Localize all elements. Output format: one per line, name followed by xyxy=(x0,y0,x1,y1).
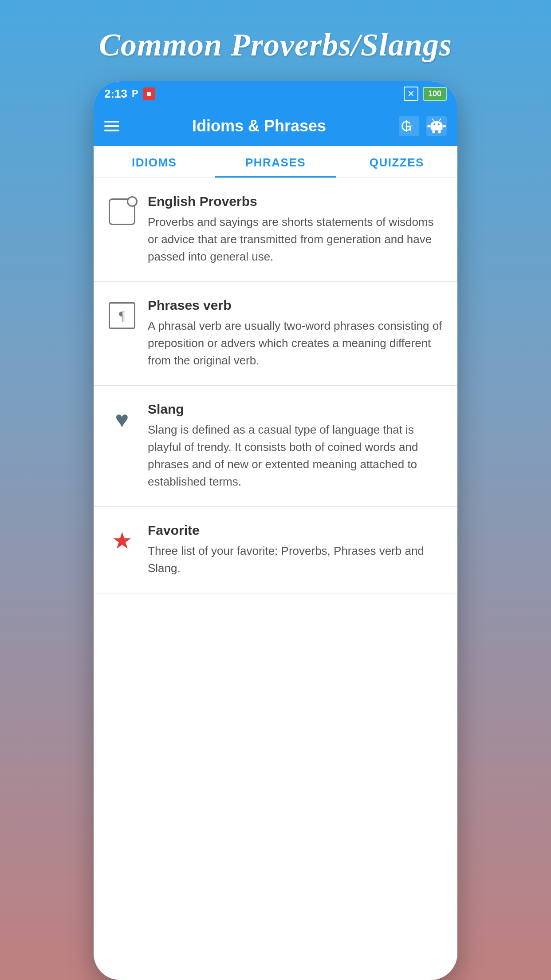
favorite-title: Favorite xyxy=(148,523,444,538)
phrases-verb-text: Phrases verb A phrasal verb are usually … xyxy=(148,298,444,369)
svg-rect-14 xyxy=(442,125,446,127)
favorite-description: Three list of your favorite: Proverbs, P… xyxy=(148,542,444,577)
svg-rect-6 xyxy=(431,125,443,130)
status-icon-red: ■ xyxy=(143,87,155,100)
battery-level: 100 xyxy=(423,87,447,101)
proverb-text: English Proverbs Proverbs and sayings ar… xyxy=(148,194,444,265)
svg-text:T: T xyxy=(408,124,413,133)
phrases-verb-title: Phrases verb xyxy=(148,298,444,313)
app-bar-title: Idioms & Phrases xyxy=(130,117,388,135)
favorite-text: Favorite Three list of your favorite: Pr… xyxy=(148,523,444,577)
status-right: ✕ 100 xyxy=(404,87,447,101)
svg-point-8 xyxy=(438,123,440,125)
hamburger-line-3 xyxy=(104,130,119,131)
status-icon-p: P xyxy=(132,88,138,99)
tab-quizzes[interactable]: QUIZZES xyxy=(336,146,457,178)
bottom-spacer xyxy=(94,593,457,629)
list-item-english-proverbs[interactable]: English Proverbs Proverbs and sayings ar… xyxy=(94,178,457,282)
list-item-phrases-verb[interactable]: ¶ Phrases verb A phrasal verb are usuall… xyxy=(94,282,457,386)
phone-shell: 2:13 P ■ ✕ 100 Idioms & Phrases G T xyxy=(94,81,457,980)
paragraph-icon: ¶ xyxy=(107,300,137,331)
translate-icon[interactable]: G T xyxy=(399,116,419,136)
app-bar: Idioms & Phrases G T xyxy=(94,106,457,146)
hamburger-line-2 xyxy=(104,125,119,127)
proverb-description: Proverbs and sayings are shorts statemen… xyxy=(148,213,444,265)
proverb-title: English Proverbs xyxy=(148,194,444,209)
heart-icon: ♥ xyxy=(107,404,137,435)
content-list: English Proverbs Proverbs and sayings ar… xyxy=(94,178,457,593)
slang-title: Slang xyxy=(148,402,444,417)
phrases-verb-description: A phrasal verb are usually two-word phra… xyxy=(148,317,444,369)
svg-rect-13 xyxy=(427,125,431,127)
svg-rect-11 xyxy=(432,130,435,134)
hamburger-line-1 xyxy=(104,121,119,122)
tab-phrases[interactable]: PHRASES xyxy=(215,146,336,178)
star-icon: ★ xyxy=(107,526,137,556)
svg-point-7 xyxy=(433,123,435,125)
page-background-title: Common Proverbs/Slangs xyxy=(99,27,452,63)
list-item-slang[interactable]: ♥ Slang Slang is defined as a casual typ… xyxy=(94,386,457,507)
tabs: IDIOMS PHRASES QUIZZES xyxy=(94,146,457,178)
status-time: 2:13 xyxy=(104,87,127,101)
status-left: 2:13 P ■ xyxy=(104,87,155,101)
status-bar: 2:13 P ■ ✕ 100 xyxy=(94,81,457,106)
tab-idioms[interactable]: IDIOMS xyxy=(94,146,215,178)
slang-description: Slang is defined as a casual type of lan… xyxy=(148,421,444,490)
app-bar-icons: G T xyxy=(399,116,447,136)
proverb-icon xyxy=(107,197,137,227)
android-icon[interactable] xyxy=(426,116,447,136)
battery-x-icon: ✕ xyxy=(404,87,418,101)
svg-rect-12 xyxy=(438,130,441,134)
list-item-favorite[interactable]: ★ Favorite Three list of your favorite: … xyxy=(94,507,457,593)
slang-text: Slang Slang is defined as a casual type … xyxy=(148,402,444,490)
hamburger-menu-button[interactable] xyxy=(104,121,119,131)
